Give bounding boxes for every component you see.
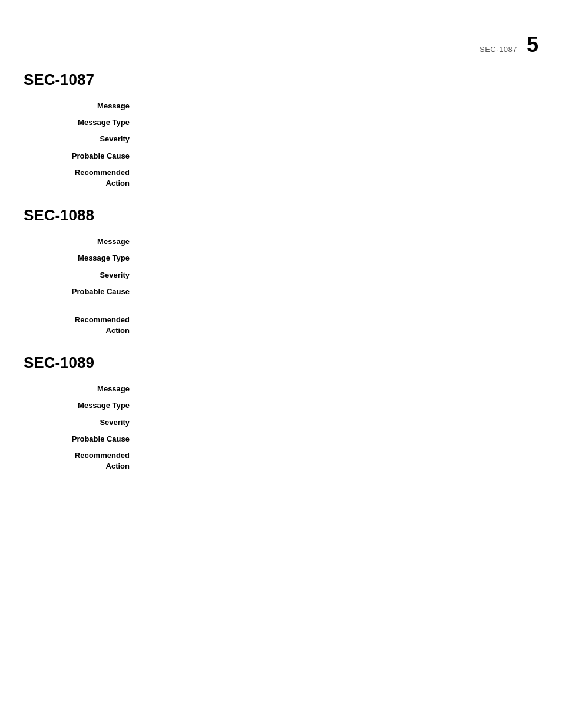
label-severity-1087: Severity	[24, 134, 141, 144]
label-messagetype-1089: Message Type	[24, 400, 141, 411]
value-recommendedaction-1087	[141, 167, 538, 189]
value-severity-1088	[141, 270, 538, 281]
field-probablecause-1089: Probable Cause	[24, 434, 538, 444]
label-message-1088: Message	[24, 236, 141, 247]
page-header: SEC-1087 5	[480, 32, 538, 57]
value-message-1087	[141, 101, 538, 111]
value-message-1089	[141, 384, 538, 394]
section-sec-1087: SEC-1087 Message Message Type Severity P…	[24, 71, 538, 189]
field-message-1088: Message	[24, 236, 538, 247]
label-recommendedaction-1088: RecommendedAction	[24, 315, 141, 336]
value-probablecause-1089	[141, 434, 538, 444]
label-messagetype-1087: Message Type	[24, 117, 141, 128]
label-probablecause-1087: Probable Cause	[24, 151, 141, 162]
label-message-1087: Message	[24, 101, 141, 111]
field-message-1087: Message	[24, 101, 538, 111]
label-messagetype-1088: Message Type	[24, 253, 141, 263]
header-page: 5	[527, 32, 538, 57]
value-messagetype-1089	[141, 400, 538, 411]
value-messagetype-1087	[141, 117, 538, 128]
field-messagetype-1088: Message Type	[24, 253, 538, 263]
value-recommendedaction-1089	[141, 450, 538, 472]
field-severity-1087: Severity	[24, 134, 538, 144]
field-probablecause-1088: Probable Cause	[24, 286, 538, 297]
value-message-1088	[141, 236, 538, 247]
value-recommendedaction-1088	[141, 315, 538, 336]
value-messagetype-1088	[141, 253, 538, 263]
label-probablecause-1088: Probable Cause	[24, 286, 141, 297]
field-recommendedaction-1087: RecommendedAction	[24, 167, 538, 189]
field-messagetype-1087: Message Type	[24, 117, 538, 128]
field-severity-1089: Severity	[24, 417, 538, 428]
section-sec-1089: SEC-1089 Message Message Type Severity P…	[24, 354, 538, 472]
section-sec-1088: SEC-1088 Message Message Type Severity P…	[24, 206, 538, 336]
value-severity-1089	[141, 417, 538, 428]
field-recommendedaction-1089: RecommendedAction	[24, 450, 538, 472]
section-title-1089: SEC-1089	[24, 354, 538, 372]
field-recommendedaction-1088: RecommendedAction	[24, 315, 538, 336]
main-content: SEC-1087 Message Message Type Severity P…	[0, 0, 562, 513]
field-severity-1088: Severity	[24, 270, 538, 281]
section-title-1087: SEC-1087	[24, 71, 538, 89]
label-severity-1088: Severity	[24, 270, 141, 281]
header-code: SEC-1087	[480, 45, 517, 54]
field-probablecause-1087: Probable Cause	[24, 151, 538, 162]
label-probablecause-1089: Probable Cause	[24, 434, 141, 444]
section-title-1088: SEC-1088	[24, 206, 538, 225]
field-messagetype-1089: Message Type	[24, 400, 538, 411]
value-probablecause-1088	[141, 286, 538, 297]
label-message-1089: Message	[24, 384, 141, 394]
value-severity-1087	[141, 134, 538, 144]
label-recommendedaction-1087: RecommendedAction	[24, 167, 141, 189]
label-recommendedaction-1089: RecommendedAction	[24, 450, 141, 472]
field-message-1089: Message	[24, 384, 538, 394]
label-severity-1089: Severity	[24, 417, 141, 428]
value-probablecause-1087	[141, 151, 538, 162]
